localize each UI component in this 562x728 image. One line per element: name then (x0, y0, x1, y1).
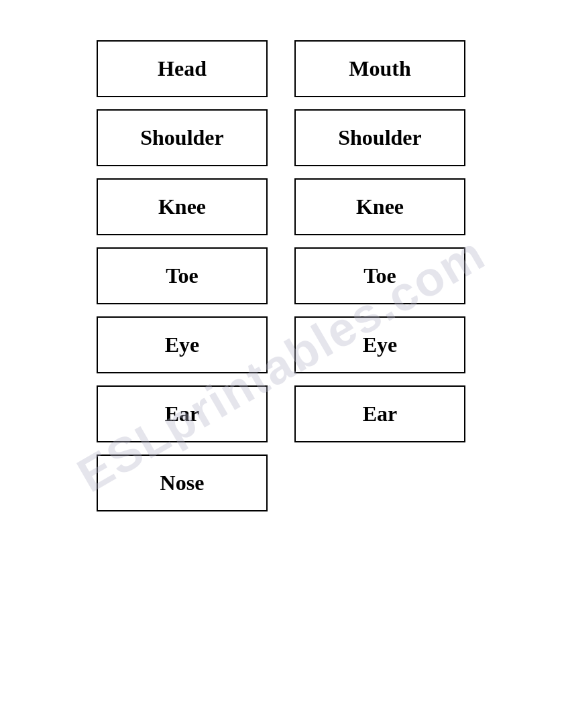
label-knee-right: Knee (356, 194, 404, 219)
label-eye-right: Eye (363, 332, 398, 357)
label-mouth: Mouth (349, 56, 410, 81)
label-nose: Nose (160, 471, 205, 495)
card-head: Head (97, 40, 268, 97)
card-shoulder-left: Shoulder (97, 109, 268, 166)
card-toe-left: Toe (97, 247, 268, 304)
left-column: HeadShoulderKneeToeEyeEarNose (97, 40, 268, 511)
right-column: MouthShoulderKneeToeEyeEar (294, 40, 465, 442)
card-eye-left: Eye (97, 316, 268, 373)
card-knee-right: Knee (294, 178, 465, 235)
label-toe-right: Toe (363, 263, 396, 288)
card-eye-right: Eye (294, 316, 465, 373)
label-ear-right: Ear (363, 402, 398, 426)
label-eye-left: Eye (165, 332, 200, 357)
card-nose: Nose (97, 454, 268, 511)
label-shoulder-right: Shoulder (338, 125, 421, 150)
label-toe-left: Toe (166, 263, 199, 288)
card-shoulder-right: Shoulder (294, 109, 465, 166)
page-container: ESLprintables.com HeadShoulderKneeToeEye… (0, 0, 562, 728)
card-ear-right: Ear (294, 385, 465, 442)
card-toe-right: Toe (294, 247, 465, 304)
card-mouth: Mouth (294, 40, 465, 97)
label-ear-left: Ear (165, 402, 200, 426)
card-knee-left: Knee (97, 178, 268, 235)
label-shoulder-left: Shoulder (140, 125, 223, 150)
cards-layout: HeadShoulderKneeToeEyeEarNose MouthShoul… (97, 40, 465, 511)
label-head: Head (158, 56, 207, 81)
card-ear-left: Ear (97, 385, 268, 442)
label-knee-left: Knee (158, 194, 206, 219)
